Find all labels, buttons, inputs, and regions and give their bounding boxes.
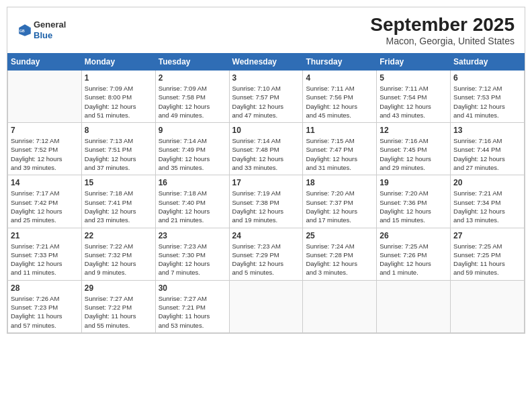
calendar-cell: 2Sunrise: 7:09 AM Sunset: 7:58 PM Daylig… (155, 71, 229, 123)
calendar-cell: 23Sunrise: 7:23 AM Sunset: 7:30 PM Dayli… (155, 228, 229, 280)
day-number: 1 (85, 73, 152, 83)
day-info: Sunrise: 7:16 AM Sunset: 7:45 PM Dayligh… (380, 136, 447, 172)
col-friday: Friday (377, 54, 451, 71)
day-number: 7 (11, 126, 79, 135)
calendar-cell: 20Sunrise: 7:21 AM Sunset: 7:34 PM Dayli… (451, 175, 525, 228)
day-info: Sunrise: 7:22 AM Sunset: 7:32 PM Dayligh… (85, 242, 152, 277)
day-info: Sunrise: 7:21 AM Sunset: 7:33 PM Dayligh… (11, 242, 79, 277)
day-info: Sunrise: 7:19 AM Sunset: 7:38 PM Dayligh… (232, 189, 300, 224)
day-number: 26 (380, 231, 447, 240)
day-number: 2 (159, 73, 226, 83)
calendar-cell: 3Sunrise: 7:10 AM Sunset: 7:57 PM Daylig… (229, 71, 303, 123)
calendar-cell: 28Sunrise: 7:26 AM Sunset: 7:23 PM Dayli… (8, 280, 82, 332)
day-number: 18 (306, 178, 373, 187)
calendar-cell: 16Sunrise: 7:18 AM Sunset: 7:40 PM Dayli… (155, 175, 229, 228)
day-number: 23 (159, 231, 226, 240)
col-monday: Monday (81, 54, 155, 71)
day-info: Sunrise: 7:23 AM Sunset: 7:30 PM Dayligh… (159, 242, 226, 277)
calendar-cell (303, 280, 377, 332)
calendar-cell: 7Sunrise: 7:12 AM Sunset: 7:52 PM Daylig… (8, 123, 82, 175)
calendar-cell (451, 280, 525, 332)
calendar-subtitle: Macon, Georgia, United States (370, 36, 515, 46)
day-number: 22 (85, 231, 152, 240)
day-info: Sunrise: 7:27 AM Sunset: 7:22 PM Dayligh… (85, 294, 152, 330)
calendar-header: GB General Blue September 2025 Macon, Ge… (7, 7, 525, 50)
day-number: 4 (306, 73, 373, 83)
day-number: 11 (306, 126, 373, 135)
day-number: 13 (453, 126, 521, 135)
day-number: 6 (453, 73, 521, 83)
svg-text:GB: GB (19, 29, 25, 33)
day-number: 9 (159, 126, 226, 135)
title-block: September 2025 Macon, Georgia, United St… (370, 14, 515, 46)
day-number: 15 (85, 178, 152, 187)
week-row-2: 7Sunrise: 7:12 AM Sunset: 7:52 PM Daylig… (8, 123, 525, 175)
day-info: Sunrise: 7:17 AM Sunset: 7:42 PM Dayligh… (11, 189, 79, 224)
calendar-cell: 15Sunrise: 7:18 AM Sunset: 7:41 PM Dayli… (81, 175, 155, 228)
calendar-cell: 14Sunrise: 7:17 AM Sunset: 7:42 PM Dayli… (8, 175, 82, 228)
day-info: Sunrise: 7:13 AM Sunset: 7:51 PM Dayligh… (85, 136, 152, 172)
calendar-cell: 10Sunrise: 7:14 AM Sunset: 7:48 PM Dayli… (229, 123, 303, 175)
calendar-cell (377, 280, 451, 332)
col-saturday: Saturday (451, 54, 525, 71)
week-row-4: 21Sunrise: 7:21 AM Sunset: 7:33 PM Dayli… (8, 228, 525, 280)
day-info: Sunrise: 7:23 AM Sunset: 7:29 PM Dayligh… (232, 242, 300, 277)
logo: GB General Blue (17, 19, 66, 40)
day-info: Sunrise: 7:09 AM Sunset: 8:00 PM Dayligh… (85, 84, 152, 120)
day-number: 27 (453, 231, 521, 240)
day-info: Sunrise: 7:12 AM Sunset: 7:52 PM Dayligh… (11, 136, 79, 172)
day-info: Sunrise: 7:09 AM Sunset: 7:58 PM Dayligh… (159, 84, 226, 120)
day-info: Sunrise: 7:20 AM Sunset: 7:37 PM Dayligh… (306, 189, 373, 224)
day-info: Sunrise: 7:24 AM Sunset: 7:28 PM Dayligh… (306, 242, 373, 277)
logo-icon: GB (17, 23, 32, 38)
calendar-cell: 27Sunrise: 7:25 AM Sunset: 7:25 PM Dayli… (451, 228, 525, 280)
calendar-table: Sunday Monday Tuesday Wednesday Thursday… (7, 53, 525, 333)
calendar-cell (229, 280, 303, 332)
day-number: 25 (306, 231, 373, 240)
calendar-cell: 22Sunrise: 7:22 AM Sunset: 7:32 PM Dayli… (81, 228, 155, 280)
calendar-cell: 29Sunrise: 7:27 AM Sunset: 7:22 PM Dayli… (81, 280, 155, 332)
day-number: 24 (232, 231, 300, 240)
day-info: Sunrise: 7:21 AM Sunset: 7:34 PM Dayligh… (453, 189, 521, 224)
day-info: Sunrise: 7:11 AM Sunset: 7:54 PM Dayligh… (380, 84, 447, 120)
calendar-cell (8, 71, 82, 123)
day-number: 12 (380, 126, 447, 135)
calendar-cell: 24Sunrise: 7:23 AM Sunset: 7:29 PM Dayli… (229, 228, 303, 280)
day-number: 3 (232, 73, 300, 83)
calendar-container: GB General Blue September 2025 Macon, Ge… (7, 7, 525, 334)
col-tuesday: Tuesday (155, 54, 229, 71)
day-info: Sunrise: 7:10 AM Sunset: 7:57 PM Dayligh… (232, 84, 300, 120)
calendar-cell: 19Sunrise: 7:20 AM Sunset: 7:36 PM Dayli… (377, 175, 451, 228)
calendar-cell: 5Sunrise: 7:11 AM Sunset: 7:54 PM Daylig… (377, 71, 451, 123)
day-info: Sunrise: 7:25 AM Sunset: 7:25 PM Dayligh… (453, 242, 521, 277)
day-number: 19 (380, 178, 447, 187)
day-info: Sunrise: 7:27 AM Sunset: 7:21 PM Dayligh… (159, 294, 226, 330)
day-info: Sunrise: 7:11 AM Sunset: 7:56 PM Dayligh… (306, 84, 373, 120)
calendar-cell: 6Sunrise: 7:12 AM Sunset: 7:53 PM Daylig… (451, 71, 525, 123)
calendar-cell: 8Sunrise: 7:13 AM Sunset: 7:51 PM Daylig… (81, 123, 155, 175)
calendar-cell: 12Sunrise: 7:16 AM Sunset: 7:45 PM Dayli… (377, 123, 451, 175)
logo-general: General (34, 19, 66, 30)
day-number: 5 (380, 73, 447, 83)
day-info: Sunrise: 7:16 AM Sunset: 7:44 PM Dayligh… (453, 136, 521, 172)
calendar-cell: 1Sunrise: 7:09 AM Sunset: 8:00 PM Daylig… (81, 71, 155, 123)
day-number: 17 (232, 178, 300, 187)
day-number: 28 (11, 283, 79, 293)
calendar-cell: 4Sunrise: 7:11 AM Sunset: 7:56 PM Daylig… (303, 71, 377, 123)
day-info: Sunrise: 7:14 AM Sunset: 7:48 PM Dayligh… (232, 136, 300, 172)
day-number: 21 (11, 231, 79, 240)
day-info: Sunrise: 7:14 AM Sunset: 7:49 PM Dayligh… (159, 136, 226, 172)
logo-blue: Blue (34, 30, 66, 41)
col-sunday: Sunday (8, 54, 82, 71)
header-row: Sunday Monday Tuesday Wednesday Thursday… (8, 54, 525, 71)
day-info: Sunrise: 7:20 AM Sunset: 7:36 PM Dayligh… (380, 189, 447, 224)
day-number: 14 (11, 178, 79, 187)
day-info: Sunrise: 7:12 AM Sunset: 7:53 PM Dayligh… (453, 84, 521, 120)
calendar-cell: 30Sunrise: 7:27 AM Sunset: 7:21 PM Dayli… (155, 280, 229, 332)
calendar-cell: 21Sunrise: 7:21 AM Sunset: 7:33 PM Dayli… (8, 228, 82, 280)
col-wednesday: Wednesday (229, 54, 303, 71)
day-info: Sunrise: 7:25 AM Sunset: 7:26 PM Dayligh… (380, 242, 447, 277)
col-thursday: Thursday (303, 54, 377, 71)
calendar-cell: 13Sunrise: 7:16 AM Sunset: 7:44 PM Dayli… (451, 123, 525, 175)
day-info: Sunrise: 7:18 AM Sunset: 7:41 PM Dayligh… (85, 189, 152, 224)
